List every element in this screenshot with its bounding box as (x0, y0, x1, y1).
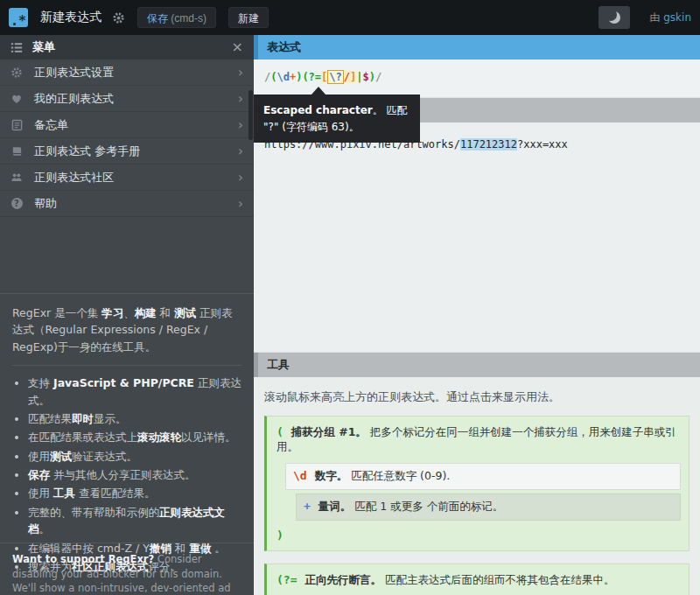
sidebar-item-label: 我的正则表达式 (34, 91, 114, 107)
expression-settings-gear-icon[interactable] (112, 11, 125, 24)
save-label: 保存 (147, 12, 168, 24)
page-title: 新建表达式 (40, 10, 102, 25)
feature-item: 在匹配结果或表达式上滚动滚轮以见详情。 (28, 429, 242, 445)
sidebar-item-reference[interactable]: 正则表达式 参考手册 › (0, 138, 254, 164)
tools-hint: 滚动鼠标来高亮上方的正则表达式。通过点击来显示用法。 (254, 377, 700, 416)
feature-item: 保存 并与其他人分享正则表达式。 (28, 466, 242, 483)
explain-row-group-open[interactable]: (捕获分组 #1。 把多个标记分在同一组并创建一个捕获分组，用来创建子串或引用。 (275, 421, 681, 459)
gear-icon (10, 66, 23, 79)
feature-item: 完整的、带有帮助和示例的正则表达式文档。 (28, 504, 242, 538)
new-button[interactable]: 新建 (228, 7, 269, 28)
sidebar-item-label: 正则表达式设置 (34, 65, 114, 80)
feature-item: 使用测试验证表达式。 (28, 448, 242, 465)
chevron-right-icon: › (238, 196, 243, 212)
chevron-right-icon: › (238, 91, 243, 107)
sidebar: 菜单 × 正则表达式设置 › 我的正则表达式 › 备忘单 › 正则表达式 参考手… (0, 35, 254, 595)
expression-tokens: /(\d+)(?=[\?/]|$)/ (264, 70, 382, 84)
feature-item: 支持 JavaScript & PHP/PCRE 正则表达式。 (28, 374, 242, 409)
moon-icon (608, 11, 620, 24)
intro-paragraph: RegExr 是一个集 学习、构建 和 测试 正则表达式（Regular Exp… (12, 304, 242, 355)
save-button[interactable]: 保存 (cmd-s) (137, 7, 216, 28)
sidebar-item-community[interactable]: 正则表达式社区 › (0, 164, 254, 191)
sidebar-item-label: 正则表达式社区 (34, 170, 114, 186)
sidebar-item-label: 备忘单 (34, 117, 68, 133)
save-shortcut: (cmd-s) (168, 12, 206, 24)
sidebar-item-label: 正则表达式 参考手册 (34, 144, 140, 159)
dark-mode-toggle[interactable] (598, 6, 630, 29)
sidebar-item-help[interactable]: ? 帮助 › (0, 191, 254, 217)
explain-row-group-close[interactable]: ) (275, 524, 681, 546)
topbar: .* 新建表达式 保存 (cmd-s) 新建 由 gskin (0, 0, 700, 35)
close-icon[interactable]: × (232, 40, 243, 54)
book-icon (10, 145, 23, 158)
tools-header-label: 工具 (267, 357, 290, 373)
explain-row-lookahead[interactable]: (?=正向先行断言。 匹配主表达式后面的组而不将其包含在结果中。 (275, 569, 681, 592)
tools-panel: 滚动鼠标来高亮上方的正则表达式。通过点击来显示用法。 (捕获分组 #1。 把多个… (254, 377, 700, 595)
help-icon: ? (10, 198, 23, 210)
explain-group-block: (捕获分组 #1。 把多个标记分在同一组并创建一个捕获分组，用来创建子串或引用。… (264, 416, 690, 551)
chevron-right-icon: › (238, 65, 243, 80)
menu-title: 菜单 (32, 39, 55, 55)
heart-icon (10, 93, 23, 105)
chevron-right-icon: › (238, 170, 243, 186)
new-label: 新建 (238, 12, 259, 24)
explain-row-digit[interactable]: \d数字。 匹配任意数字 (0-9). (285, 463, 681, 490)
ad-notice: Want to support RegExr? Consider disabli… (0, 542, 254, 595)
expression-header: 表达式 (254, 35, 700, 60)
token-tooltip: Escaped character。 匹配 "?" (字符编码 63)。 (254, 94, 420, 143)
feature-item: 匹配结果即时显示。 (28, 410, 242, 427)
credit-text: 由 gskin (649, 10, 691, 25)
menu-header: 菜单 × (0, 35, 254, 60)
chevron-right-icon: › (238, 144, 243, 159)
community-icon (10, 172, 23, 184)
explain-row-quantifier[interactable]: +量词。 匹配 1 或更多 个前面的标记。 (296, 494, 681, 521)
tools-header[interactable]: 工具 (254, 353, 700, 377)
explain-lookahead-block: (?=正向先行断言。 匹配主表达式后面的组而不将其包含在结果中。 [字符集。 匹… (264, 564, 690, 595)
cheatsheet-icon (10, 119, 23, 131)
token-tooltip-text: Escaped character。 匹配 "?" (字符编码 63)。 (263, 104, 408, 133)
sidebar-description: RegExr 是一个集 学习、构建 和 测试 正则表达式（Regular Exp… (0, 293, 254, 577)
credit-link[interactable]: gskin (663, 11, 691, 24)
feature-item: 使用 工具 查看匹配结果。 (28, 485, 242, 501)
sidebar-item-label: 帮助 (34, 196, 57, 212)
test-text-input[interactable]: https://www.pixiv.net/artworks/117212312… (254, 122, 700, 353)
regexr-logo[interactable]: .* (9, 8, 28, 27)
sidebar-item-favorites[interactable]: 我的正则表达式 › (0, 86, 254, 112)
menu-list-icon (10, 41, 23, 53)
gear-icon (112, 11, 125, 24)
sidebar-scrollbar[interactable] (248, 90, 253, 140)
chevron-right-icon: › (238, 117, 243, 133)
main-panel: 表达式 /(\d+)(?=[\?/]|$)/ 文本 https://www.pi… (254, 35, 700, 595)
sidebar-item-cheatsheet[interactable]: 备忘单 › (0, 112, 254, 138)
expression-header-label: 表达式 (267, 39, 301, 55)
sidebar-item-settings[interactable]: 正则表达式设置 › (0, 60, 254, 86)
